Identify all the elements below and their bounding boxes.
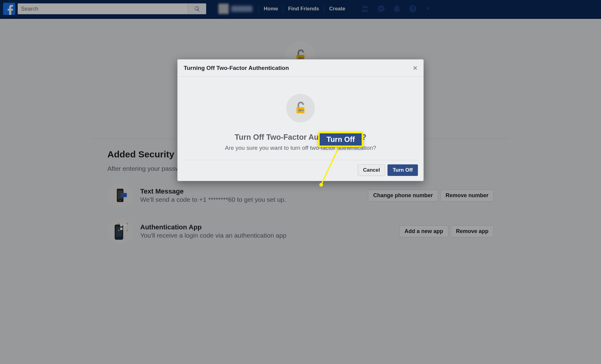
dialog-title: Turning Off Two-Factor Authentication (184, 65, 289, 71)
modal-overlay: Turning Off Two-Factor Authentication × … (0, 0, 601, 364)
svg-point-22 (298, 109, 301, 112)
callout-turn-off: Turn Off (318, 132, 363, 147)
svg-rect-23 (300, 110, 304, 111)
cancel-button[interactable]: Cancel (358, 164, 385, 176)
turn-off-button[interactable]: Turn Off (387, 164, 418, 176)
close-icon[interactable]: × (413, 64, 417, 72)
dialog-heading: Turn Off Two-Factor Authentication? (190, 133, 411, 142)
dialog-body-text: Are you sure you want to turn off two-fa… (190, 145, 411, 151)
turn-off-2fa-dialog: Turning Off Two-Factor Authentication × … (177, 59, 424, 181)
dialog-lock-icon (286, 94, 315, 122)
